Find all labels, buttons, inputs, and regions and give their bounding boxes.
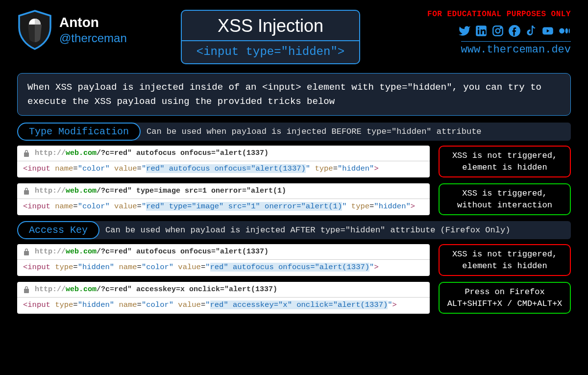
lock-icon	[23, 150, 30, 157]
youtube-icon[interactable]	[541, 25, 554, 37]
title-box: XSS Injection <input type="hidden">	[181, 10, 360, 64]
tiktok-icon[interactable]	[525, 25, 538, 37]
instagram-icon[interactable]	[491, 25, 504, 37]
profile: Anton @therceman	[17, 10, 127, 50]
result-firefox-keys: Press on Firefox ALT+SHIFT+X / CMD+ALT+X	[439, 282, 571, 314]
example-4: http://web.com/?c=red" accesskey=x oncli…	[17, 282, 430, 314]
url-bar: http://web.com/?c=red" autofocus onfocus…	[35, 248, 269, 256]
svg-point-9	[565, 28, 568, 34]
lock-icon	[23, 286, 30, 294]
page-title: XSS Injection	[182, 11, 359, 40]
intro-text: When XSS payload is injected inside of a…	[17, 73, 571, 116]
section-badge-type-modification: Type Modification	[17, 123, 141, 141]
code-output: <input name="color" value="red" autofocu…	[17, 161, 430, 177]
author-handle[interactable]: @therceman	[59, 31, 127, 45]
page-subtitle: <input type="hidden">	[182, 40, 359, 63]
code-output: <input name="color" value="red" type="im…	[17, 199, 430, 215]
result-not-triggered: XSS is not triggered, element is hidden	[439, 244, 571, 276]
result-triggered: XSS is triggered, without interaction	[439, 183, 571, 215]
section-desc-type-modification: Can be used when payload is injected BEF…	[132, 123, 571, 141]
website-link[interactable]: www.therceman.dev	[461, 41, 571, 56]
section-badge-access-key: Access Key	[17, 221, 99, 239]
svg-point-4	[496, 29, 500, 33]
result-not-triggered: XSS is not triggered, element is hidden	[439, 146, 571, 177]
social-icons	[427, 25, 571, 37]
code-output: <input type="hidden" name="color" value=…	[17, 260, 430, 276]
svg-rect-1	[478, 29, 479, 34]
linkedin-icon[interactable]	[475, 25, 488, 37]
educational-warning: FOR EDUCATIONAL PURPOSES ONLY	[427, 10, 571, 19]
twitter-icon[interactable]	[458, 25, 471, 37]
code-output: <input type="hidden" name="color" value=…	[17, 298, 430, 314]
lock-icon	[23, 187, 30, 195]
facebook-icon[interactable]	[508, 25, 521, 37]
svg-point-2	[478, 27, 479, 28]
svg-point-5	[500, 27, 501, 28]
author-name: Anton	[59, 15, 127, 30]
shield-avatar-icon	[17, 10, 52, 50]
section-desc-access-key: Can be used when payload is injected AFT…	[91, 221, 571, 239]
example-3: http://web.com/?c=red" autofocus onfocus…	[17, 244, 430, 276]
medium-icon[interactable]	[558, 25, 571, 37]
example-1: http://web.com/?c=red" autofocus onfocus…	[17, 146, 430, 177]
svg-point-10	[569, 28, 570, 33]
lock-icon	[23, 248, 30, 256]
example-2: http://web.com/?c=red" type=image src=1 …	[17, 183, 430, 215]
url-bar: http://web.com/?c=red" autofocus onfocus…	[35, 149, 269, 157]
svg-point-8	[559, 28, 564, 34]
url-bar: http://web.com/?c=red" accesskey=x oncli…	[35, 285, 277, 294]
url-bar: http://web.com/?c=red" type=image src=1 …	[35, 187, 286, 195]
